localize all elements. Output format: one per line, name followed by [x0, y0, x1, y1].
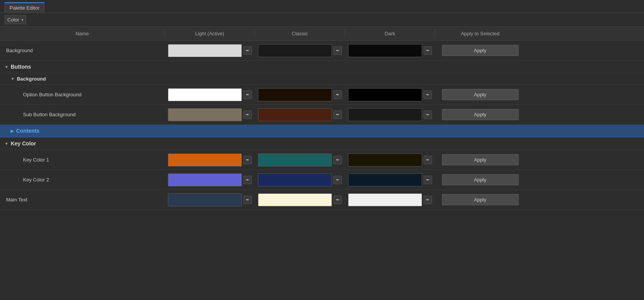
option-btn-dark-cell: ✒ — [345, 86, 435, 104]
table-body: Background ✒ ✒ ✒ Apply ▼ Buttons ▼ Backg… — [0, 41, 644, 210]
dropdown-label: Color — [7, 17, 19, 23]
buttons-chevron-icon: ▼ — [5, 65, 8, 69]
buttons-background-label: Background — [17, 76, 46, 82]
key-color-chevron-icon: ▼ — [5, 142, 8, 146]
sub-btn-classic-swatch[interactable] — [258, 108, 332, 121]
sub-btn-classic-cell: ✒ — [255, 106, 345, 124]
background-apply-button[interactable]: Apply — [442, 45, 519, 56]
key-color-section-header[interactable]: ▼ Key Color — [0, 137, 644, 150]
option-btn-dark-eyedropper[interactable]: ✒ — [424, 91, 432, 99]
kc1-dark-swatch[interactable] — [348, 153, 422, 166]
header-dark: Dark — [345, 29, 435, 38]
kc2-dark-swatch[interactable] — [348, 173, 422, 186]
option-btn-apply-button[interactable]: Apply — [442, 89, 519, 100]
sub-btn-classic-eyedropper[interactable]: ✒ — [334, 110, 342, 119]
main-text-light-eyedropper[interactable]: ✒ — [243, 196, 252, 204]
contents-section-row[interactable]: ▶ Contents — [0, 125, 644, 137]
kc2-dark-cell: ✒ — [345, 171, 435, 189]
color-dropdown[interactable]: Color ▾ — [5, 15, 26, 24]
kc1-light-eyedropper[interactable]: ✒ — [243, 156, 252, 164]
kc2-classic-eyedropper[interactable]: ✒ — [334, 176, 342, 184]
background-classic-eyedropper[interactable]: ✒ — [334, 46, 342, 55]
main-text-light-cell: ✒ — [165, 191, 255, 209]
sub-btn-apply-cell: Apply — [435, 107, 525, 122]
dropdown-row: Color ▾ — [0, 13, 644, 27]
table-row: Main Text ✒ ✒ ✒ Apply — [0, 190, 644, 210]
buttons-background-subsection[interactable]: ▼ Background — [0, 73, 644, 85]
option-btn-dark-swatch[interactable] — [348, 88, 422, 101]
main-text-classic-eyedropper[interactable]: ✒ — [334, 196, 342, 204]
row-label-key-color-1: Key Color 1 — [0, 155, 165, 165]
header-light: Light (Active) — [165, 29, 255, 38]
background-dark-cell: ✒ — [345, 42, 435, 59]
contents-label: Contents — [16, 128, 39, 134]
option-btn-apply-cell: Apply — [435, 87, 525, 102]
kc1-dark-cell: ✒ — [345, 151, 435, 169]
background-classic-swatch[interactable] — [258, 44, 332, 57]
row-label-option-button-bg: Option Button Background — [0, 89, 165, 100]
kc2-classic-cell: ✒ — [255, 171, 345, 189]
kc2-light-swatch[interactable] — [168, 173, 242, 186]
row-label-main-text: Main Text — [0, 195, 165, 205]
kc1-classic-swatch[interactable] — [258, 153, 332, 166]
buttons-background-chevron-icon: ▼ — [11, 77, 15, 81]
background-apply-cell: Apply — [435, 43, 525, 58]
sub-btn-dark-eyedropper[interactable]: ✒ — [424, 110, 432, 119]
option-btn-classic-eyedropper[interactable]: ✒ — [334, 91, 342, 99]
kc1-apply-button[interactable]: Apply — [442, 154, 519, 165]
main-text-apply-button[interactable]: Apply — [442, 194, 519, 205]
header-name: Name — [0, 29, 165, 38]
row-label-background: Background — [0, 45, 165, 56]
kc1-classic-eyedropper[interactable]: ✒ — [334, 156, 342, 164]
table-row: Sub Button Background ✒ ✒ ✒ Apply — [0, 105, 644, 125]
table-row: Option Button Background ✒ ✒ ✒ Apply — [0, 85, 644, 105]
buttons-section-label: Buttons — [11, 64, 31, 70]
kc2-dark-eyedropper[interactable]: ✒ — [424, 176, 432, 184]
sub-btn-apply-button[interactable]: Apply — [442, 109, 519, 120]
option-btn-classic-swatch[interactable] — [258, 88, 332, 101]
kc1-light-swatch[interactable] — [168, 153, 242, 166]
background-dark-swatch[interactable] — [348, 44, 422, 57]
kc1-dark-eyedropper[interactable]: ✒ — [424, 156, 432, 164]
sub-btn-light-cell: ✒ — [165, 106, 255, 124]
background-light-cell: ✒ — [165, 42, 255, 59]
table-row: Key Color 2 ✒ ✒ ✒ Apply — [0, 170, 644, 190]
option-btn-light-cell: ✒ — [165, 86, 255, 104]
table-row: Background ✒ ✒ ✒ Apply — [0, 41, 644, 61]
sub-btn-light-eyedropper[interactable]: ✒ — [243, 110, 252, 119]
kc2-apply-cell: Apply — [435, 172, 525, 188]
title-bar: Palette Editor — [0, 0, 644, 13]
main-text-light-swatch[interactable] — [168, 193, 242, 206]
kc1-apply-cell: Apply — [435, 152, 525, 168]
header-apply: Apply to Selected — [435, 29, 525, 38]
dropdown-arrow-icon: ▾ — [21, 18, 23, 22]
main-text-dark-eyedropper[interactable]: ✒ — [424, 196, 432, 204]
option-btn-light-eyedropper[interactable]: ✒ — [243, 91, 252, 99]
palette-editor-tab[interactable]: Palette Editor — [5, 2, 44, 13]
kc2-apply-button[interactable]: Apply — [442, 174, 519, 185]
sub-btn-dark-cell: ✒ — [345, 106, 435, 124]
main-text-apply-cell: Apply — [435, 192, 525, 208]
kc2-light-eyedropper[interactable]: ✒ — [243, 176, 252, 184]
row-label-key-color-2: Key Color 2 — [0, 175, 165, 185]
option-btn-light-swatch[interactable] — [168, 88, 242, 101]
option-btn-classic-cell: ✒ — [255, 86, 345, 104]
main-text-dark-cell: ✒ — [345, 191, 435, 209]
sub-btn-dark-swatch[interactable] — [348, 108, 422, 121]
kc1-classic-cell: ✒ — [255, 151, 345, 169]
kc2-classic-swatch[interactable] — [258, 173, 332, 186]
header-classic: Classic — [255, 29, 345, 38]
sub-btn-light-swatch[interactable] — [168, 108, 242, 121]
background-classic-cell: ✒ — [255, 42, 345, 59]
main-text-classic-cell: ✒ — [255, 191, 345, 209]
key-color-section-label: Key Color — [11, 140, 36, 147]
contents-chevron-icon: ▶ — [11, 129, 14, 133]
main-text-dark-swatch[interactable] — [348, 193, 422, 206]
kc2-light-cell: ✒ — [165, 171, 255, 189]
table-row: Key Color 1 ✒ ✒ ✒ Apply — [0, 150, 644, 170]
background-dark-eyedropper[interactable]: ✒ — [424, 46, 432, 55]
main-text-classic-swatch[interactable] — [258, 193, 332, 206]
background-light-swatch[interactable] — [168, 44, 242, 57]
buttons-section-header[interactable]: ▼ Buttons — [0, 61, 644, 73]
background-light-eyedropper[interactable]: ✒ — [243, 46, 252, 55]
